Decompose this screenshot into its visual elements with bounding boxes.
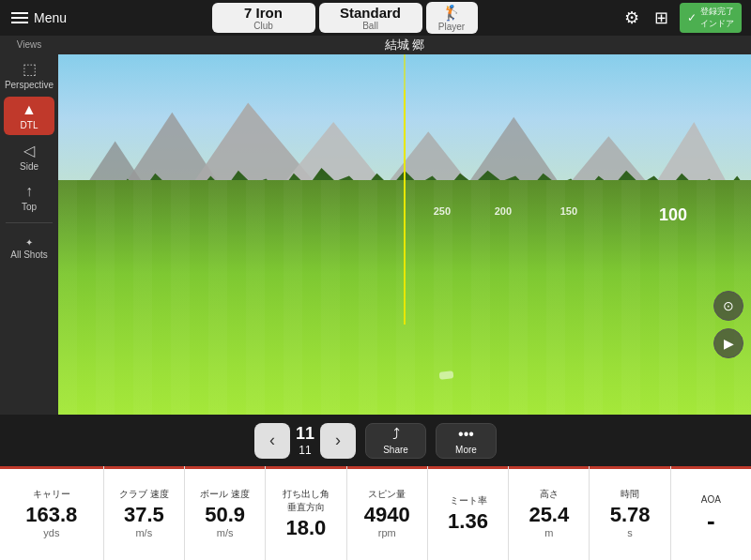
shot-total: 11 — [299, 444, 311, 457]
side-view-button[interactable]: ◁ Side — [4, 137, 54, 176]
stat-value-6: 25.4 — [529, 505, 569, 525]
stat-cell-0: キャリー163.8yds — [0, 466, 104, 560]
shot-current: 11 — [296, 424, 314, 444]
ball-marker — [439, 371, 454, 379]
dtl-label: DTL — [21, 120, 38, 130]
stat-value-0: 163.8 — [25, 505, 77, 525]
hamburger-icon — [11, 12, 28, 23]
player-name-bar: 結城 郷 — [58, 36, 751, 54]
stat-value-5: 1.36 — [448, 511, 488, 532]
stat-value-3: 18.0 — [286, 518, 327, 538]
shot-line — [404, 54, 406, 325]
share-label: Share — [383, 445, 408, 455]
top-bar: Menu 7 Iron Club Standard Ball 🏌️ Player… — [0, 0, 751, 36]
shot-count: 11 11 — [296, 424, 314, 457]
player-selector[interactable]: 🏌️ Player — [426, 2, 478, 34]
dtl-icon: ▲ — [22, 101, 37, 118]
stat-cell-8: AOA- — [671, 466, 751, 560]
player-icon: 🏌️ — [442, 4, 461, 22]
status-text: 登録完了 インドア — [700, 6, 734, 30]
stat-top-line-0 — [0, 466, 103, 469]
dist-250: 250 — [434, 205, 451, 217]
player-sub: Player — [438, 22, 465, 32]
more-icon: ••• — [458, 426, 474, 443]
club-selector[interactable]: 7 Iron Club — [212, 3, 315, 33]
next-shot-button[interactable]: › — [320, 423, 356, 459]
all-shots-icon: ✦ — [25, 237, 33, 248]
side-label: Side — [20, 161, 38, 172]
stat-top-line-8 — [671, 466, 751, 469]
stat-cell-6: 高さ25.4m — [509, 466, 590, 560]
ball-selector[interactable]: Standard Ball — [319, 3, 422, 33]
top-label: Top — [22, 202, 37, 212]
dtl-view-button[interactable]: ▲ DTL — [4, 97, 54, 135]
shot-navigation: ‹ 11 11 › — [254, 423, 356, 459]
stat-label-3: 打ち出し角 垂直方向 — [283, 488, 330, 514]
stat-cell-5: ミート率1.36 — [428, 466, 509, 560]
dist-150: 150 — [560, 205, 577, 217]
main-viewport: 250 200 150 100 ⊙ ▶ — [58, 54, 751, 415]
stat-label-6: 高さ — [540, 488, 559, 501]
ball-view-button[interactable]: ⊙ — [713, 291, 743, 321]
play-button[interactable]: ▶ — [713, 328, 743, 358]
stat-top-line-3 — [266, 466, 345, 469]
share-icon: ⤴ — [392, 426, 400, 443]
more-button[interactable]: ••• More — [436, 423, 497, 459]
menu-label: Menu — [34, 10, 67, 25]
share-button[interactable]: ⤴ Share — [365, 423, 426, 459]
right-buttons: ⊙ ▶ — [713, 291, 743, 358]
stat-top-line-1 — [104, 466, 184, 469]
more-label: More — [455, 445, 477, 455]
menu-button[interactable]: Menu — [0, 0, 78, 36]
dist-100: 100 — [659, 205, 687, 225]
stat-cell-2: ボール 速度50.9m/s — [185, 466, 266, 560]
stat-unit-0: yds — [43, 527, 59, 538]
grid-button[interactable]: ⊞ — [651, 6, 672, 30]
sidebar-divider — [6, 222, 53, 223]
status-badge: ✓ 登録完了 インドア — [680, 3, 742, 33]
stat-value-2: 50.9 — [205, 505, 245, 525]
perspective-view-button[interactable]: ⬚ Perspective — [4, 55, 54, 95]
stats-bar: キャリー163.8ydsクラブ 速度37.5m/sボール 速度50.9m/s打ち… — [0, 466, 751, 560]
ball-name: Standard — [340, 5, 401, 21]
stat-unit-2: m/s — [217, 527, 234, 538]
stat-top-line-4 — [347, 466, 427, 469]
top-view-button[interactable]: ↑ Top — [4, 178, 54, 217]
all-shots-label: All Shots — [10, 250, 47, 260]
stat-label-7: 時間 — [621, 488, 639, 501]
stat-value-1: 37.5 — [124, 505, 164, 525]
top-right: ⚙ ⊞ ✓ 登録完了 インドア — [611, 3, 751, 33]
club-name: 7 Iron — [244, 5, 283, 21]
stat-label-8: AOA — [701, 494, 721, 505]
stat-top-line-2 — [185, 466, 265, 469]
dist-200: 200 — [495, 205, 512, 217]
stat-value-8: - — [707, 508, 715, 533]
sidebar: Views ⬚ Perspective ▲ DTL ◁ Side ↑ Top ✦… — [0, 36, 58, 415]
stat-label-2: ボール 速度 — [200, 488, 250, 501]
stat-label-0: キャリー — [33, 488, 70, 501]
stat-unit-6: m — [544, 527, 553, 538]
check-icon: ✓ — [687, 11, 697, 24]
perspective-icon: ⬚ — [23, 60, 37, 78]
stat-cell-4: スピン量4940rpm — [347, 466, 428, 560]
side-icon: ◁ — [23, 142, 35, 159]
club-sub: Club — [253, 21, 273, 31]
stat-value-7: 5.78 — [610, 505, 651, 525]
stat-label-4: スピン量 — [368, 488, 406, 501]
stat-top-line-6 — [509, 466, 589, 469]
stat-cell-3: 打ち出し角 垂直方向18.0 — [266, 466, 346, 560]
views-label: Views — [17, 39, 42, 50]
top-icon: ↑ — [25, 183, 33, 200]
stat-label-5: ミート率 — [450, 494, 487, 507]
settings-button[interactable]: ⚙ — [621, 6, 643, 30]
all-shots-button[interactable]: ✦ All Shots — [4, 233, 54, 265]
stat-label-1: クラブ 速度 — [119, 488, 169, 501]
stat-top-line-7 — [590, 466, 669, 469]
stat-value-4: 4940 — [364, 505, 410, 525]
bottom-controls: ‹ 11 11 › ⤴ Share ••• More — [0, 415, 751, 466]
stat-unit-1: m/s — [135, 527, 152, 538]
ball-sub: Ball — [362, 21, 378, 31]
prev-shot-button[interactable]: ‹ — [254, 423, 290, 459]
stat-cell-1: クラブ 速度37.5m/s — [104, 466, 185, 560]
player-name: 結城 郷 — [385, 37, 425, 53]
